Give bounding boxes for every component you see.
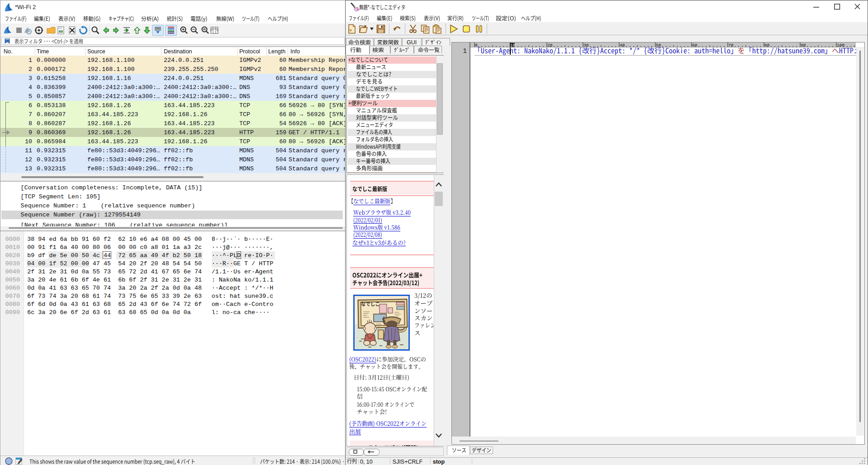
svg-text:010: 010 <box>59 30 63 33</box>
